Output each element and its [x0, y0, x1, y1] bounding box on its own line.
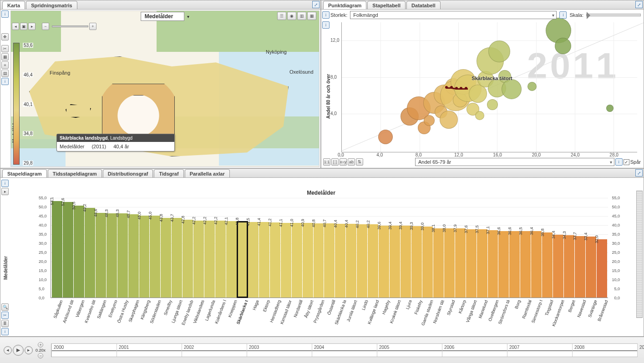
bar[interactable]: 37,1 — [488, 230, 498, 297]
bar[interactable]: 39,6 — [379, 226, 389, 297]
bar[interactable]: 39,4 — [390, 226, 400, 297]
bar[interactable]: 40,9 — [303, 223, 313, 297]
bar[interactable]: 36,4 — [531, 231, 542, 297]
bubble[interactable] — [378, 130, 393, 144]
bar[interactable]: 41,0 — [292, 223, 302, 297]
bubble[interactable] — [475, 111, 484, 120]
bar[interactable]: 37,9 — [455, 228, 466, 297]
grid-icon[interactable]: ▦ — [307, 12, 316, 20]
bar[interactable]: 40,2 — [368, 224, 378, 297]
info-icon[interactable]: i — [559, 11, 567, 19]
bubble[interactable] — [527, 82, 537, 91]
timeline-tick[interactable]: 2004 — [312, 344, 312, 357]
info-icon[interactable]: i — [1, 328, 9, 335]
expand-icon[interactable]: ⤢ — [635, 1, 643, 8]
x-axis-select[interactable]: Andel 65-79 år — [415, 158, 614, 166]
bar[interactable]: 41,4 — [259, 222, 269, 297]
tab-spridningsmatris[interactable]: Spridningsmatris — [26, 1, 77, 9]
bubble[interactable] — [487, 99, 498, 110]
bar[interactable]: 35,8 — [542, 232, 553, 297]
size-select[interactable]: Folkmängd — [350, 11, 557, 19]
bubble[interactable] — [424, 115, 435, 126]
ruler-icon[interactable]: ≡ — [1, 61, 9, 69]
bar[interactable]: 45,7 — [128, 214, 139, 297]
info-icon[interactable]: i — [1, 180, 9, 187]
timeline-tick[interactable]: 2003 — [247, 344, 247, 357]
map-variable-select[interactable]: Medelålder — [141, 12, 185, 21]
zoom-out-icon[interactable]: − — [42, 23, 49, 30]
bar[interactable]: 40,4 — [335, 224, 345, 297]
track-checkbox[interactable]: ✓ — [624, 159, 629, 165]
bar[interactable]: 42,2 — [204, 221, 215, 297]
bar[interactable]: 42,2 — [193, 221, 204, 297]
scatter-plot[interactable]: 2011 Skärblacka tätort — [341, 22, 637, 152]
tab-tidsgraf[interactable]: Tidsgraf — [154, 169, 183, 177]
map-area[interactable]: Medelålder ▾ ☰ ◉ ▥ ▦ ◂ ▣ ▸ − — [10, 10, 319, 167]
layers-icon[interactable]: ▤ — [1, 70, 9, 77]
globe-icon[interactable]: ◉ — [287, 12, 296, 20]
tab-stapeldiagram[interactable]: Stapeldiagram — [2, 169, 47, 177]
scale-slider[interactable] — [586, 14, 641, 16]
bar[interactable]: 33,7 — [575, 236, 585, 297]
bar[interactable]: 53,1 — [52, 201, 62, 297]
zoom-in-icon[interactable]: + — [89, 23, 96, 30]
bar[interactable]: 40,8 — [314, 223, 324, 297]
speed-down-icon[interactable]: − — [38, 353, 43, 358]
bar[interactable]: 52,6 — [63, 202, 73, 297]
tab-datatabell[interactable]: Datatabell — [406, 1, 441, 9]
info-icon[interactable]: i — [1, 10, 9, 18]
bubble[interactable] — [440, 111, 458, 129]
bar[interactable]: 39,4 — [401, 226, 411, 297]
bubble[interactable] — [606, 105, 614, 112]
bar[interactable]: 40,7 — [324, 223, 335, 297]
bar[interactable]: 46,3 — [117, 213, 128, 297]
info2-icon[interactable]: i — [1, 78, 9, 85]
tab-tidsstapeldiagram[interactable]: Tidsstapeldiagram — [48, 169, 102, 177]
bar[interactable]: 38,1 — [433, 228, 444, 297]
timeline-tick[interactable]: 2000 — [51, 344, 52, 357]
bar-plot[interactable]: 53,152,650,549,246,646,346,345,745,045,0… — [51, 198, 608, 298]
tab-punktdiagram[interactable]: Punktdiagram — [323, 1, 366, 9]
bar[interactable]: 38,0 — [444, 228, 455, 297]
bar[interactable]: 40,2 — [357, 224, 367, 297]
bar[interactable]: 46,3 — [106, 213, 117, 297]
list-icon[interactable]: ≣ — [1, 320, 9, 327]
bar[interactable]: 36,6 — [498, 231, 509, 297]
bar[interactable]: 34,3 — [564, 235, 574, 297]
bar[interactable]: 42,1 — [226, 221, 237, 297]
info-icon[interactable]: i — [322, 11, 330, 19]
bar[interactable]: 33,4 — [586, 237, 596, 297]
bar[interactable]: 37,5 — [477, 229, 487, 297]
bar[interactable]: 42,2 — [215, 221, 226, 297]
bar-right-slider[interactable] — [636, 191, 643, 318]
prev-button[interactable]: ◂ — [4, 346, 12, 354]
bar[interactable]: 32,0 — [597, 239, 607, 297]
bar[interactable]: 36,5 — [520, 231, 531, 297]
timeline-tick[interactable]: 2002 — [182, 344, 182, 357]
bar[interactable]: 43,7 — [172, 218, 182, 297]
bar[interactable]: 46,6 — [96, 213, 106, 297]
bubble[interactable] — [488, 40, 510, 62]
expand-icon[interactable]: ⤢ — [635, 169, 643, 176]
bar[interactable]: 37,6 — [466, 229, 477, 297]
next-button[interactable]: ▸ — [25, 346, 33, 354]
palette-icon[interactable]: ▦ — [1, 53, 9, 60]
bar[interactable]: 41,8 — [237, 222, 248, 297]
search-icon[interactable]: 🔍 — [1, 303, 9, 311]
tab-distributionsgraf[interactable]: Distributionsgraf — [103, 169, 153, 177]
scissors-icon[interactable]: ✂ — [1, 45, 9, 52]
next-icon[interactable]: ▸ — [28, 23, 35, 30]
bar[interactable]: 45,0 — [150, 216, 160, 297]
expand-icon[interactable]: ⤢ — [312, 1, 319, 8]
bar[interactable]: 36,6 — [509, 231, 520, 297]
zoom-slider[interactable] — [52, 25, 88, 27]
timeline-track[interactable]: 2000200120022003200420052006200720082009 — [51, 343, 638, 357]
timeline-tick[interactable]: 2008 — [572, 344, 573, 357]
crop-icon[interactable]: ✂ — [1, 312, 9, 319]
info-icon[interactable]: i — [615, 158, 623, 166]
bubble[interactable] — [502, 79, 522, 99]
bar[interactable]: 41,1 — [281, 223, 291, 297]
bar[interactable]: 50,5 — [74, 206, 84, 297]
timeline-handle[interactable] — [51, 350, 637, 355]
bar[interactable]: 42,8 — [183, 220, 193, 297]
